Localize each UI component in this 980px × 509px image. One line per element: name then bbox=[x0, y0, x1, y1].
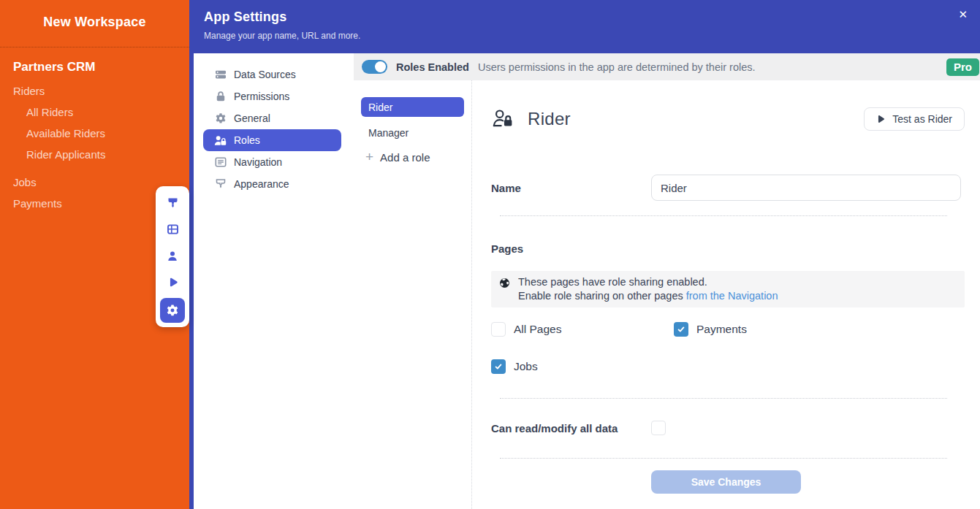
checkbox-box[interactable] bbox=[674, 322, 688, 337]
checkbox-all-pages[interactable]: All Pages bbox=[491, 322, 674, 337]
nav-label: Roles bbox=[234, 134, 260, 146]
settings-tool-button[interactable] bbox=[160, 298, 185, 323]
checkbox-label: Jobs bbox=[514, 360, 538, 373]
from-the-navigation-link[interactable]: from the Navigation bbox=[686, 290, 778, 302]
test-as-rider-label: Test as Rider bbox=[892, 113, 952, 125]
save-changes-button[interactable]: Save Changes bbox=[651, 470, 801, 494]
modal-body: Data Sources Permissions General Roles bbox=[189, 53, 980, 509]
gear-icon bbox=[166, 304, 179, 317]
editor-toolbar bbox=[156, 186, 189, 327]
person-lock-icon bbox=[214, 134, 227, 147]
name-row: Name bbox=[491, 175, 965, 201]
checkbox-jobs[interactable]: Jobs bbox=[491, 359, 674, 374]
checkbox-label: Payments bbox=[696, 323, 747, 336]
settings-nav-permissions[interactable]: Permissions bbox=[203, 85, 341, 107]
globe-icon bbox=[499, 278, 510, 292]
info-line2: Enable role sharing on other pages bbox=[518, 290, 686, 302]
section-divider bbox=[500, 458, 947, 459]
paint-brush-icon bbox=[167, 197, 179, 209]
design-tool-button[interactable] bbox=[160, 193, 185, 213]
test-as-rider-button[interactable]: Test as Rider bbox=[864, 107, 965, 131]
sidebar-item-all-riders[interactable]: All Riders bbox=[0, 102, 189, 123]
app-settings-modal: App Settings Manage your app name, URL a… bbox=[189, 0, 980, 509]
pro-badge: Pro bbox=[946, 58, 979, 76]
pages-checkbox-grid: All Pages Payments Jobs bbox=[491, 322, 930, 374]
read-modify-label: Can read/modify all data bbox=[491, 422, 651, 435]
settings-nav-appearance[interactable]: Appearance bbox=[203, 173, 341, 195]
settings-nav-roles[interactable]: Roles bbox=[203, 129, 341, 151]
workspace-title: New Workspace bbox=[0, 0, 189, 30]
nav-label: General bbox=[234, 112, 270, 124]
paint-brush-icon bbox=[214, 178, 227, 191]
checkbox-box[interactable] bbox=[491, 359, 506, 374]
add-role-label: Add a role bbox=[380, 151, 430, 164]
role-name-input[interactable] bbox=[651, 175, 961, 201]
data-tool-button[interactable] bbox=[160, 219, 185, 240]
database-icon bbox=[214, 69, 227, 81]
settings-nav-data-sources[interactable]: Data Sources bbox=[203, 64, 341, 85]
settings-nav-general[interactable]: General bbox=[203, 107, 341, 129]
info-line1: These pages have role sharing enabled. bbox=[518, 276, 707, 288]
read-modify-row: Can read/modify all data bbox=[491, 421, 965, 435]
add-role-button[interactable]: + Add a role bbox=[365, 151, 464, 164]
checkbox-payments[interactable]: Payments bbox=[674, 322, 930, 337]
sidebar-item-rider-applicants[interactable]: Rider Applicants bbox=[0, 144, 189, 165]
plus-icon: + bbox=[365, 150, 373, 164]
list-icon bbox=[214, 156, 227, 169]
gear-icon bbox=[214, 112, 227, 125]
roles-enabled-label: Roles Enabled bbox=[396, 61, 469, 73]
users-tool-button[interactable] bbox=[160, 245, 185, 266]
read-modify-checkbox[interactable] bbox=[651, 421, 666, 435]
preview-tool-button[interactable] bbox=[160, 272, 185, 292]
person-lock-icon bbox=[491, 108, 514, 130]
roles-enabled-description: Users permissions in the app are determi… bbox=[478, 61, 756, 73]
table-icon bbox=[167, 223, 179, 235]
section-divider bbox=[500, 215, 947, 216]
section-divider bbox=[500, 398, 947, 399]
roles-lower: Rider Manager + Add a role bbox=[354, 80, 980, 509]
roles-list: Rider Manager + Add a role bbox=[354, 80, 472, 509]
role-title: Rider bbox=[528, 109, 571, 129]
play-icon bbox=[167, 277, 178, 288]
app-name: Partners CRM bbox=[13, 60, 189, 74]
settings-nav-navigation[interactable]: Navigation bbox=[203, 151, 341, 173]
play-icon bbox=[876, 115, 885, 123]
nav-label: Appearance bbox=[234, 178, 289, 190]
person-icon bbox=[167, 250, 178, 261]
nav-label: Permissions bbox=[234, 91, 289, 102]
role-item-manager[interactable]: Manager bbox=[361, 123, 464, 142]
nav-label: Navigation bbox=[234, 156, 282, 168]
sidebar-divider bbox=[0, 47, 189, 47]
roles-enabled-bar: Roles Enabled Users permissions in the a… bbox=[354, 53, 980, 80]
settings-nav: Data Sources Permissions General Roles bbox=[194, 53, 354, 509]
modal-title: App Settings bbox=[204, 9, 980, 25]
role-sharing-info: These pages have role sharing enabled. E… bbox=[491, 271, 965, 307]
role-title-row: Rider Test as Rider bbox=[491, 107, 965, 131]
toggle-knob bbox=[375, 61, 386, 72]
save-row: Save Changes bbox=[491, 470, 965, 494]
sidebar-item-available-riders[interactable]: Available Riders bbox=[0, 123, 189, 144]
role-item-rider[interactable]: Rider bbox=[361, 97, 464, 117]
roles-enabled-toggle[interactable] bbox=[362, 60, 387, 74]
pages-label: Pages bbox=[491, 242, 965, 255]
roles-panel: Roles Enabled Users permissions in the a… bbox=[354, 53, 980, 509]
role-detail: Rider Test as Rider Name Pages bbox=[472, 80, 980, 509]
checkbox-box[interactable] bbox=[491, 322, 506, 337]
modal-subtitle: Manage your app name, URL and more. bbox=[204, 31, 980, 41]
checkbox-label: All Pages bbox=[514, 323, 561, 336]
lock-icon bbox=[214, 91, 227, 103]
nav-label: Data Sources bbox=[234, 69, 296, 80]
role-sharing-text: These pages have role sharing enabled. E… bbox=[518, 275, 778, 303]
name-label: Name bbox=[491, 182, 651, 194]
sidebar-item-riders[interactable]: Riders bbox=[0, 80, 189, 102]
modal-header: App Settings Manage your app name, URL a… bbox=[189, 0, 980, 53]
close-icon[interactable]: ✕ bbox=[958, 9, 968, 20]
